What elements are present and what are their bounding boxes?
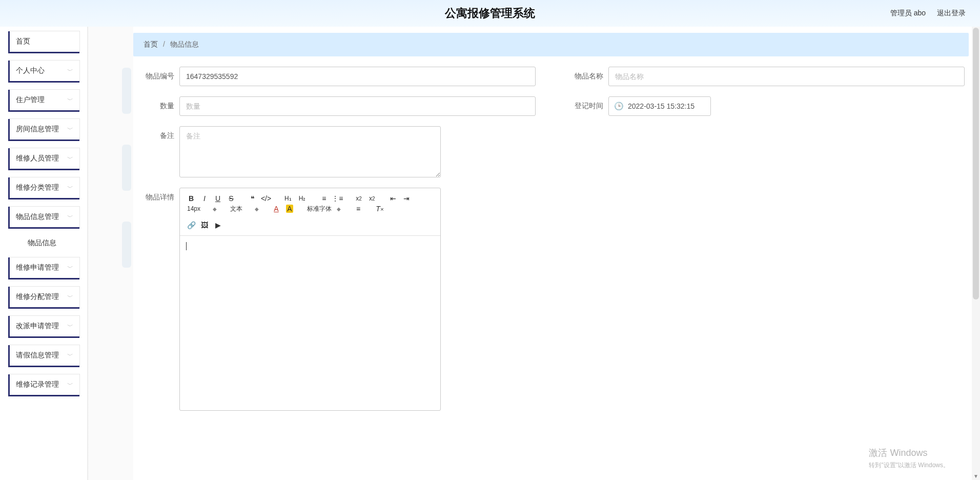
- chevron-down-icon: ﹀: [67, 184, 73, 192]
- nav-resident-mgmt[interactable]: 住户管理﹀: [9, 89, 80, 111]
- select-arrow-icon: ◆: [337, 206, 341, 212]
- scrollbar-thumb[interactable]: [973, 28, 979, 299]
- remark-label: 备注: [137, 126, 174, 141]
- breadcrumb-sep: /: [163, 40, 165, 48]
- nav-leave-info-mgmt[interactable]: 请假信息管理﹀: [9, 345, 80, 366]
- item-code-label: 物品编号: [137, 67, 174, 81]
- select-arrow-icon: ◆: [255, 206, 259, 212]
- sidebar: 首页 个人中心﹀ 住户管理﹀ 房间信息管理﹀ 维修人员管理﹀ 维修分类管理﹀ 物…: [0, 27, 87, 407]
- nav-repair-category-mgmt[interactable]: 维修分类管理﹀: [9, 177, 80, 198]
- chevron-down-icon: ﹀: [67, 125, 73, 134]
- breadcrumb-home[interactable]: 首页: [144, 40, 158, 48]
- detail-label: 物品详情: [137, 188, 174, 202]
- app-header: 公寓报修管理系统 管理员 abo 退出登录: [0, 0, 980, 27]
- editor-body[interactable]: [180, 236, 440, 410]
- chevron-down-icon: ﹀: [67, 381, 73, 389]
- scrollbar-down-arrow-icon[interactable]: ▼: [973, 473, 978, 479]
- select-arrow-icon: ◆: [213, 206, 217, 212]
- nav-item-info[interactable]: 物品信息: [9, 232, 80, 254]
- item-code-input[interactable]: [179, 67, 536, 86]
- item-name-label: 物品名称: [566, 67, 603, 81]
- chevron-down-icon: ﹀: [67, 154, 73, 163]
- nav-repair-record-mgmt[interactable]: 维修记录管理﹀: [9, 374, 80, 395]
- align-icon[interactable]: ≡: [352, 203, 364, 215]
- font-family-select[interactable]: 标准字体◆: [305, 203, 343, 215]
- logout-link[interactable]: 退出登录: [937, 9, 966, 18]
- breadcrumb: 首页 / 物品信息: [133, 33, 969, 56]
- bg-color-icon[interactable]: A: [283, 203, 296, 215]
- editor-toolbar: B I U S ❝ </> H₁ H₂ ≡: [180, 188, 440, 236]
- chevron-down-icon: ﹀: [67, 67, 73, 75]
- nav-home[interactable]: 首页: [9, 31, 80, 52]
- nav-reassign-request-mgmt[interactable]: 改派申请管理﹀: [9, 315, 80, 337]
- register-time-value: 2022-03-15 15:32:15: [628, 102, 695, 110]
- block-type-select[interactable]: 文本◆: [228, 203, 261, 215]
- font-size-select[interactable]: 14px◆: [185, 203, 219, 215]
- video-icon[interactable]: ▶: [212, 219, 224, 231]
- register-time-input[interactable]: 🕒 2022-03-15 15:32:15: [608, 96, 711, 116]
- page-scrollbar[interactable]: ▼: [972, 27, 980, 480]
- register-time-label: 登记时间: [566, 96, 603, 111]
- nav-personal-center[interactable]: 个人中心﹀: [9, 60, 80, 82]
- nav-item-info-mgmt[interactable]: 物品信息管理﹀: [9, 206, 80, 228]
- font-color-icon[interactable]: A: [270, 203, 282, 215]
- nav-maintainer-mgmt[interactable]: 维修人员管理﹀: [9, 148, 80, 169]
- remark-textarea[interactable]: [179, 126, 441, 177]
- link-icon[interactable]: 🔗: [185, 219, 197, 231]
- nav-room-info-mgmt[interactable]: 房间信息管理﹀: [9, 118, 80, 140]
- chevron-down-icon: ﹀: [67, 293, 73, 302]
- main-content: 首页 / 物品信息 物品编号 物品名称 数量: [133, 27, 980, 480]
- chevron-down-icon: ﹀: [67, 96, 73, 105]
- clock-icon: 🕒: [614, 102, 624, 111]
- sidebar-scroll[interactable]: 首页 个人中心﹀ 住户管理﹀ 房间信息管理﹀ 维修人员管理﹀ 维修分类管理﹀ 物…: [0, 27, 87, 480]
- nav-repair-request-mgmt[interactable]: 维修申请管理﹀: [9, 257, 80, 278]
- chevron-down-icon: ﹀: [67, 264, 73, 272]
- chevron-down-icon: ﹀: [67, 351, 73, 360]
- image-icon[interactable]: 🖼: [198, 219, 211, 231]
- rich-text-editor: B I U S ❝ </> H₁ H₂ ≡: [179, 188, 441, 411]
- chevron-down-icon: ﹀: [67, 213, 73, 222]
- item-name-input[interactable]: [608, 67, 965, 86]
- breadcrumb-current: 物品信息: [170, 40, 199, 48]
- quantity-input[interactable]: [179, 96, 536, 116]
- nav-repair-assign-mgmt[interactable]: 维修分配管理﹀: [9, 286, 80, 308]
- chevron-down-icon: ﹀: [67, 322, 73, 331]
- quantity-label: 数量: [137, 96, 174, 111]
- app-title: 公寓报修管理系统: [445, 6, 535, 21]
- admin-label[interactable]: 管理员 abo: [890, 9, 926, 18]
- clear-format-icon[interactable]: T×: [374, 203, 386, 215]
- divider-area: [87, 27, 133, 480]
